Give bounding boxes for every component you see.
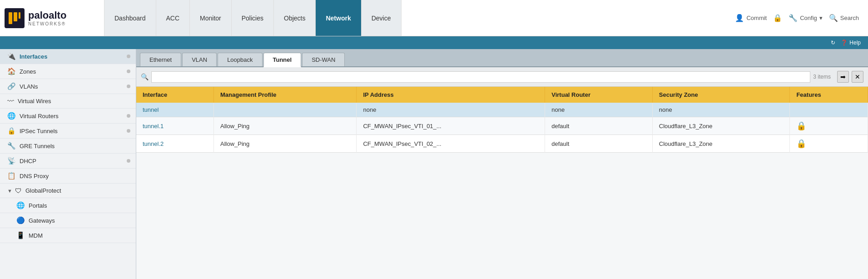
cell-security-zone: none bbox=[652, 103, 790, 117]
nav-tab-objects[interactable]: Objects bbox=[273, 0, 316, 36]
nav-tab-policies[interactable]: Policies bbox=[231, 0, 274, 36]
commit-button[interactable]: 👤 Commit bbox=[735, 14, 767, 22]
sidebar-item-label: DNS Proxy bbox=[20, 173, 49, 179]
gre-tunnels-icon: 🔧 bbox=[7, 142, 16, 150]
sidebar-item-label: GRE Tunnels bbox=[20, 143, 55, 149]
tab-sdwan[interactable]: SD-WAN bbox=[302, 53, 345, 66]
nav-tabs: Dashboard ACC Monitor Policies Objects N… bbox=[104, 0, 735, 36]
sidebar-item-interfaces[interactable]: 🔌 Interfaces bbox=[0, 49, 136, 64]
svg-rect-2 bbox=[19, 12, 20, 19]
interface-tabs: Ethernet VLAN Loopback Tunnel SD-WAN bbox=[136, 49, 868, 67]
nav-tab-monitor[interactable]: Monitor bbox=[189, 0, 232, 36]
search-input[interactable] bbox=[151, 71, 810, 83]
nav-tab-device[interactable]: Device bbox=[361, 0, 402, 36]
search-icon: 🔍 bbox=[829, 14, 838, 22]
sidebar-dot bbox=[127, 70, 130, 73]
sidebar-item-zones[interactable]: 🏠 Zones bbox=[0, 64, 136, 79]
sidebar-item-dhcp[interactable]: 📡 DHCP bbox=[0, 154, 136, 169]
content-area: Ethernet VLAN Loopback Tunnel SD-WAN 🔍 3… bbox=[136, 49, 868, 279]
help-label: Help bbox=[849, 40, 861, 46]
mdm-icon: 📱 bbox=[16, 231, 25, 239]
tab-vlan[interactable]: VLAN bbox=[182, 53, 217, 66]
sidebar-item-label: Interfaces bbox=[20, 53, 47, 60]
cell-ip-address: CF_MWAN_IPsec_VTI_02_... bbox=[357, 135, 545, 153]
globalprotect-icon: 🛡 bbox=[15, 187, 22, 194]
refresh-button[interactable]: ↻ bbox=[831, 40, 835, 46]
cell-virtual-router: none bbox=[545, 103, 653, 117]
nav-tab-network[interactable]: Network bbox=[315, 0, 361, 36]
commit-icon: 👤 bbox=[735, 14, 744, 22]
config-chevron-icon: ▾ bbox=[819, 15, 823, 21]
col-header-virtual-router: Virtual Router bbox=[545, 87, 653, 103]
tab-ethernet[interactable]: Ethernet bbox=[140, 53, 181, 66]
sidebar-dot bbox=[127, 159, 130, 163]
sidebar-item-vlans[interactable]: 🔗 VLANs bbox=[0, 79, 136, 94]
cell-features: 🔒 bbox=[790, 117, 868, 135]
interfaces-icon: 🔌 bbox=[7, 52, 16, 60]
logo-area: paloalto NETWORKS® bbox=[5, 8, 104, 28]
cell-mgmt-profile: Allow_Ping bbox=[214, 135, 357, 153]
sidebar-item-dns-proxy[interactable]: 📋 DNS Proxy bbox=[0, 169, 136, 184]
logo-sub: NETWORKS® bbox=[28, 21, 66, 26]
help-button[interactable]: ❓ Help bbox=[841, 40, 861, 46]
cell-features bbox=[790, 103, 868, 117]
cell-interface[interactable]: tunnel.2 bbox=[136, 135, 214, 153]
nav-tab-acc[interactable]: ACC bbox=[156, 0, 190, 36]
collapse-icon: ▼ bbox=[7, 188, 12, 194]
table-row[interactable]: tunnel.2 Allow_Ping CF_MWAN_IPsec_VTI_02… bbox=[136, 135, 868, 153]
config-button[interactable]: 🔧 Config ▾ bbox=[789, 14, 823, 22]
refresh-icon: ↻ bbox=[831, 40, 835, 46]
nav-tab-dashboard[interactable]: Dashboard bbox=[104, 0, 156, 36]
col-header-ip-address: IP Address bbox=[357, 87, 545, 103]
sidebar-item-mdm[interactable]: 📱 MDM bbox=[0, 228, 136, 243]
sidebar-item-globalprotect[interactable]: ▼ 🛡 GlobalProtect bbox=[0, 184, 136, 198]
sidebar-item-label: Gateways bbox=[29, 217, 55, 224]
sidebar-item-gre-tunnels[interactable]: 🔧 GRE Tunnels bbox=[0, 139, 136, 154]
sidebar-dot bbox=[127, 85, 130, 88]
sidebar: 🔌 Interfaces 🏠 Zones 🔗 VLANs 〰 Virtual W… bbox=[0, 49, 136, 279]
top-actions: 👤 Commit 🔒 🔧 Config ▾ 🔍 Search bbox=[735, 14, 863, 22]
cell-features: 🔒 bbox=[790, 135, 868, 153]
search-button[interactable]: 🔍 Search bbox=[829, 14, 859, 22]
table-row[interactable]: tunnel none none none bbox=[136, 103, 868, 117]
col-header-features: Features bbox=[790, 87, 868, 103]
cell-mgmt-profile bbox=[214, 103, 357, 117]
portals-icon: 🌐 bbox=[16, 201, 25, 209]
col-header-mgmt-profile: Management Profile bbox=[214, 87, 357, 103]
svg-rect-0 bbox=[9, 12, 12, 24]
tab-loopback[interactable]: Loopback bbox=[218, 53, 262, 66]
ipsec-tunnels-icon: 🔒 bbox=[7, 127, 16, 135]
cell-interface[interactable]: tunnel bbox=[136, 103, 214, 117]
sidebar-item-ipsec-tunnels[interactable]: 🔒 IPSec Tunnels bbox=[0, 124, 136, 139]
table-row[interactable]: tunnel.1 Allow_Ping CF_MWAN_IPsec_VTI_01… bbox=[136, 117, 868, 135]
search-label: Search bbox=[840, 15, 859, 21]
main-layout: 🔌 Interfaces 🏠 Zones 🔗 VLANs 〰 Virtual W… bbox=[0, 49, 868, 279]
cell-virtual-router: default bbox=[545, 117, 653, 135]
cell-ip-address: none bbox=[357, 103, 545, 117]
vlans-icon: 🔗 bbox=[7, 82, 16, 90]
search-clear-button[interactable]: ✕ bbox=[852, 71, 863, 83]
commit-label: Commit bbox=[746, 15, 767, 21]
sidebar-item-portals[interactable]: 🌐 Portals bbox=[0, 198, 136, 213]
search-input-wrap bbox=[151, 71, 810, 83]
sidebar-item-virtual-routers[interactable]: 🌐 Virtual Routers bbox=[0, 109, 136, 124]
cell-security-zone: Cloudflare_L3_Zone bbox=[652, 135, 790, 153]
virtual-wires-icon: 〰 bbox=[7, 97, 14, 105]
sidebar-item-virtual-wires[interactable]: 〰 Virtual Wires bbox=[0, 94, 136, 109]
tab-tunnel[interactable]: Tunnel bbox=[263, 53, 302, 67]
config-icon: 🔧 bbox=[789, 14, 798, 22]
search-go-button[interactable]: ➡ bbox=[837, 71, 849, 83]
secondary-bar: ↻ ❓ Help bbox=[0, 36, 868, 49]
sidebar-item-gateways[interactable]: 🔵 Gateways bbox=[0, 213, 136, 228]
sidebar-item-label: GlobalProtect bbox=[25, 187, 61, 194]
dhcp-icon: 📡 bbox=[7, 157, 16, 165]
logo-text: paloalto NETWORKS® bbox=[28, 10, 66, 26]
cell-interface[interactable]: tunnel.1 bbox=[136, 117, 214, 135]
lock-icon-btn[interactable]: 🔒 bbox=[773, 14, 782, 22]
gateways-icon: 🔵 bbox=[16, 216, 25, 224]
col-header-security-zone: Security Zone bbox=[652, 87, 790, 103]
search-bar: 🔍 3 items ➡ ✕ bbox=[136, 67, 868, 87]
sidebar-dot bbox=[127, 55, 130, 58]
sidebar-item-label: Zones bbox=[20, 68, 36, 75]
sidebar-item-label: VLANs bbox=[20, 83, 38, 90]
